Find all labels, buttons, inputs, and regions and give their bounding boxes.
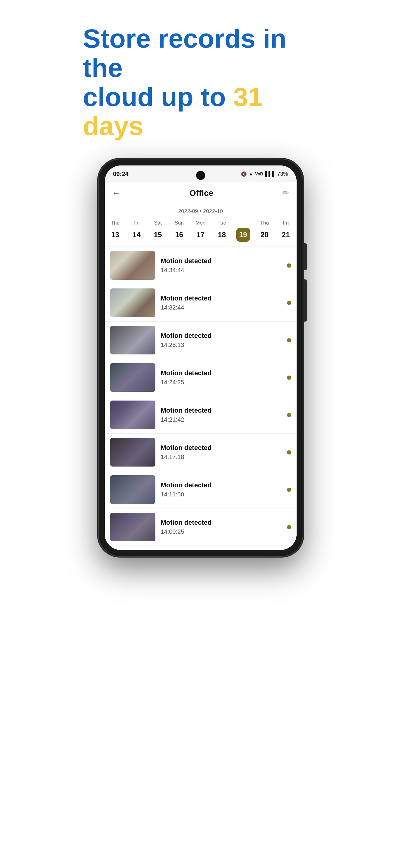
day-name: Sun bbox=[175, 220, 184, 226]
calendar-day-20[interactable]: Thu 20 bbox=[254, 220, 275, 242]
event-time: 14:32:44 bbox=[161, 304, 282, 311]
event-info: Motion detected 14:09:25 bbox=[161, 519, 282, 535]
event-title: Motion detected bbox=[161, 332, 282, 340]
event-title: Motion detected bbox=[161, 294, 282, 302]
thumb-image bbox=[110, 438, 155, 467]
event-title: Motion detected bbox=[161, 519, 282, 527]
calendar-strip: Thu 13 Fri 14 Sat 15 Sun 16 Mon 17 Tue 1… bbox=[105, 218, 296, 247]
event-thumbnail bbox=[110, 326, 155, 354]
event-item[interactable]: Motion detected 14:11:50 bbox=[105, 471, 296, 508]
event-item[interactable]: Motion detected 14:21:42 bbox=[105, 396, 296, 434]
lte-icon: VoB bbox=[255, 172, 263, 176]
day-number: 13 bbox=[108, 228, 122, 242]
date-range-header: 2022-09 • 2022-10 bbox=[105, 204, 296, 218]
event-dot bbox=[287, 375, 291, 380]
event-thumbnail bbox=[110, 251, 155, 280]
nav-title: Office bbox=[190, 188, 213, 198]
header-line1: Store records in the bbox=[83, 24, 287, 83]
calendar-day-17[interactable]: Mon 17 bbox=[190, 220, 211, 242]
wifi-icon: ▲ bbox=[249, 171, 254, 177]
day-number: 21 bbox=[279, 228, 293, 242]
event-item[interactable]: Motion detected 14:24:25 bbox=[105, 359, 296, 396]
day-name: Sat bbox=[154, 220, 162, 226]
phone-screen: 09:24 🔇 ▲ VoB ▌▌▌ 73% ← Office bbox=[105, 165, 296, 550]
event-info: Motion detected 14:24:25 bbox=[161, 369, 282, 386]
day-number: 18 bbox=[215, 228, 229, 242]
thumb-image bbox=[110, 513, 155, 541]
event-item[interactable]: Motion detected bbox=[105, 546, 296, 548]
event-info: Motion detected 14:21:42 bbox=[161, 407, 282, 423]
event-time: 14:34:44 bbox=[161, 267, 282, 274]
edit-button[interactable]: ✏ bbox=[282, 188, 289, 198]
event-dot bbox=[287, 450, 291, 455]
thumb-image bbox=[110, 288, 155, 317]
event-info: Motion detected 14:11:50 bbox=[161, 481, 282, 498]
status-time: 09:24 bbox=[113, 170, 128, 178]
event-info: Motion detected 14:34:44 bbox=[161, 257, 282, 274]
thumb-image bbox=[110, 363, 155, 392]
event-time: 14:28:13 bbox=[161, 341, 282, 348]
event-time: 14:11:50 bbox=[161, 491, 282, 498]
event-time: 14:09:25 bbox=[161, 528, 282, 535]
event-item[interactable]: Motion detected 14:28:13 bbox=[105, 321, 296, 359]
event-dot bbox=[287, 488, 291, 492]
phone-body: 09:24 🔇 ▲ VoB ▌▌▌ 73% ← Office bbox=[98, 159, 303, 557]
event-item[interactable]: Motion detected 14:17:18 bbox=[105, 434, 296, 471]
event-dot bbox=[287, 264, 291, 268]
calendar-day-13[interactable]: Thu 13 bbox=[105, 220, 126, 242]
phone-mockup: 09:24 🔇 ▲ VoB ▌▌▌ 73% ← Office bbox=[98, 159, 303, 557]
day-number: 20 bbox=[258, 228, 271, 242]
event-thumbnail bbox=[110, 475, 155, 504]
page-wrapper: Store records in the cloud up to 31 days… bbox=[0, 0, 401, 868]
day-name: Tue bbox=[218, 220, 226, 226]
event-title: Motion detected bbox=[161, 257, 282, 265]
event-dot bbox=[287, 338, 291, 342]
thumb-image bbox=[110, 475, 155, 504]
event-thumbnail bbox=[110, 438, 155, 467]
back-button[interactable]: ← bbox=[112, 188, 120, 198]
event-info: Motion detected 14:28:13 bbox=[161, 332, 282, 348]
event-info: Motion detected 14:17:18 bbox=[161, 444, 282, 461]
events-list[interactable]: Motion detected 14:34:44 Motion detected… bbox=[105, 247, 296, 548]
event-dot bbox=[287, 301, 291, 305]
day-number: 14 bbox=[130, 228, 144, 242]
event-dot bbox=[287, 413, 291, 417]
event-thumbnail bbox=[110, 363, 155, 392]
event-time: 14:24:25 bbox=[161, 379, 282, 386]
header-title: Store records in the cloud up to 31 days bbox=[83, 24, 318, 141]
battery-indicator: 73% bbox=[277, 171, 288, 177]
calendar-day-15[interactable]: Sat 15 bbox=[147, 220, 169, 242]
event-info: Motion detected 14:32:44 bbox=[161, 294, 282, 311]
calendar-day-18[interactable]: Tue 18 bbox=[211, 220, 233, 242]
thumb-image bbox=[110, 401, 155, 429]
header-section: Store records in the cloud up to 31 days bbox=[83, 24, 318, 141]
day-name: Wed bbox=[238, 220, 249, 226]
day-number: 15 bbox=[151, 228, 165, 242]
day-number: 16 bbox=[172, 228, 186, 242]
status-icons: 🔇 ▲ VoB ▌▌▌ 73% bbox=[241, 171, 288, 177]
event-thumbnail bbox=[110, 513, 155, 541]
day-name: Mon bbox=[196, 220, 205, 226]
calendar-day-16[interactable]: Sun 16 bbox=[169, 220, 190, 242]
event-title: Motion detected bbox=[161, 444, 282, 452]
mute-icon: 🔇 bbox=[241, 171, 247, 177]
header-line2-prefix: cloud up to bbox=[83, 82, 233, 112]
signal-icon: ▌▌▌ bbox=[265, 171, 275, 177]
calendar-row: Thu 13 Fri 14 Sat 15 Sun 16 Mon 17 Tue 1… bbox=[105, 220, 296, 242]
event-item[interactable]: Motion detected 14:34:44 bbox=[105, 247, 296, 284]
day-number: 17 bbox=[194, 228, 208, 242]
calendar-day-21[interactable]: Fri 21 bbox=[275, 220, 296, 242]
thumb-image bbox=[110, 251, 155, 280]
app-content: ← Office ✏ 2022-09 • 2022-10 Thu 13 Fri … bbox=[105, 182, 296, 550]
event-time: 14:21:42 bbox=[161, 416, 282, 423]
day-name: Thu bbox=[260, 220, 269, 226]
day-number: 19 bbox=[236, 228, 250, 242]
calendar-day-19[interactable]: Wed 19 bbox=[233, 220, 254, 242]
day-name: Fri bbox=[134, 220, 140, 226]
day-name: Thu bbox=[111, 220, 119, 226]
event-title: Motion detected bbox=[161, 481, 282, 489]
calendar-day-14[interactable]: Fri 14 bbox=[126, 220, 147, 242]
event-item[interactable]: Motion detected 14:32:44 bbox=[105, 284, 296, 321]
nav-bar: ← Office ✏ bbox=[105, 182, 296, 204]
event-item[interactable]: Motion detected 14:09:25 bbox=[105, 508, 296, 546]
